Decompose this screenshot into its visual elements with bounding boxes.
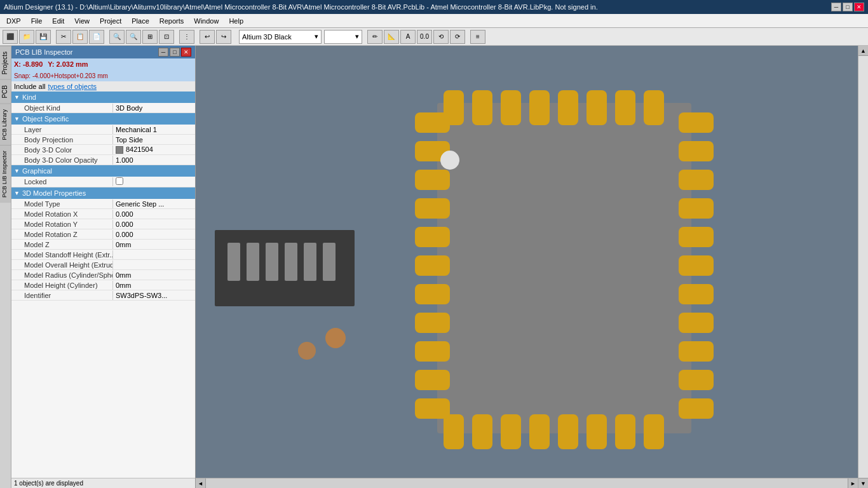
svg-rect-11 — [501, 90, 521, 125]
toolbar-more1[interactable]: ⟲ — [433, 30, 449, 44]
prop-value-radius: 0mm — [113, 271, 195, 280]
toolbar-btn-6[interactable]: 📄 — [89, 30, 104, 44]
toolbar-btn-5[interactable]: 📋 — [72, 30, 88, 44]
inspector-include-row: Include all types of objects — [11, 81, 195, 92]
scroll-right-arrow[interactable]: ► — [848, 478, 858, 488]
menu-view[interactable]: View — [69, 16, 95, 26]
toolbar-ruler[interactable]: 📐 — [384, 30, 399, 44]
section-3d-model[interactable]: ▼ 3D Model Properties — [11, 187, 195, 199]
toolbar-grid[interactable]: ⋮ — [179, 30, 194, 44]
prop-value-standoff — [113, 254, 195, 255]
locked-checkbox[interactable] — [116, 177, 123, 185]
toolbar-zoom-area[interactable]: ⊡ — [159, 30, 174, 44]
prop-cyl-height: Model Height (Cylinder) 0mm — [11, 280, 195, 290]
menu-place[interactable]: Place — [126, 16, 154, 26]
prop-model-z: Model Z 0mm — [11, 240, 195, 250]
title-text: Altium Designer (13.1) - D:\Altium\Libra… — [4, 3, 598, 11]
prop-body-color: Body 3-D Color 8421504 — [11, 145, 195, 155]
svg-rect-23 — [615, 414, 635, 449]
theme-dropdown[interactable]: Altium 3D Black ▾ — [239, 30, 322, 44]
menu-window[interactable]: Window — [189, 16, 224, 26]
menu-reports[interactable]: Reports — [154, 16, 189, 26]
prop-value-rot-x: 0.000 — [113, 210, 195, 219]
inspector-maximize[interactable]: □ — [170, 48, 180, 57]
include-link[interactable]: types of objects — [48, 83, 97, 90]
section-object-specific[interactable]: ▼ Object Specific — [11, 113, 195, 125]
svg-rect-37 — [679, 141, 714, 161]
coords-bar: X: -8.890 Y: 2.032 mm — [11, 58, 195, 70]
prop-name-cyl-height: Model Height (Cylinder) — [11, 281, 113, 290]
close-button[interactable]: ✕ — [854, 3, 864, 11]
secondary-dropdown[interactable]: ▾ — [324, 30, 362, 44]
svg-rect-4 — [266, 243, 278, 281]
toolbar-zoom-in[interactable]: 🔍 — [109, 30, 125, 44]
svg-rect-10 — [472, 90, 492, 125]
svg-rect-43 — [679, 313, 714, 333]
svg-rect-45 — [679, 370, 714, 390]
prop-value-body-color: 8421504 — [113, 145, 195, 154]
prop-value-model-type: Generic Step ... — [113, 200, 195, 208]
svg-rect-44 — [679, 341, 714, 362]
snap-text: Snap: -4.000+Hotspot+0.203 mm — [14, 72, 108, 79]
prop-value-object-kind: 3D Body — [113, 104, 195, 112]
toolbar-redo[interactable]: ↪ — [216, 30, 231, 44]
scroll-left-arrow[interactable]: ◄ — [196, 478, 206, 488]
pcb-view[interactable]: ▲ ▼ ◄ ► — [196, 46, 868, 488]
svg-rect-46 — [679, 398, 714, 419]
svg-rect-17 — [444, 414, 464, 449]
prop-name-rot-x: Model Rotation X — [11, 210, 113, 219]
menu-edit[interactable]: Edit — [47, 16, 69, 26]
toolbar-coords[interactable]: 0.0 — [417, 30, 432, 44]
inspector-close[interactable]: ✕ — [181, 48, 191, 57]
inspector-header: PCB LIB Inspector ─ □ ✕ — [11, 46, 195, 58]
svg-rect-7 — [323, 243, 336, 281]
toolbar: ⬛ 📁 💾 ✂ 📋 📄 🔍 🔍 ⊞ ⊡ ⋮ ↩ ↪ Altium 3D Blac… — [0, 28, 868, 46]
inspector-minimize[interactable]: ─ — [158, 48, 168, 57]
toolbar-btn-2[interactable]: 📁 — [19, 30, 34, 44]
svg-rect-41 — [679, 255, 714, 276]
svg-rect-21 — [558, 414, 578, 449]
scroll-up-arrow[interactable]: ▲ — [858, 46, 868, 56]
side-tab-projects[interactable]: Projects — [0, 46, 11, 79]
toolbar-undo[interactable]: ↩ — [200, 30, 215, 44]
menu-dxp[interactable]: DXP — [1, 16, 26, 26]
prop-value-rot-y: 0.000 — [113, 220, 195, 229]
toolbar-more2[interactable]: ⟳ — [450, 30, 465, 44]
svg-rect-18 — [472, 414, 492, 449]
svg-rect-3 — [247, 243, 259, 281]
prop-name-object-kind: Object Kind — [11, 104, 113, 112]
svg-point-48 — [298, 342, 316, 360]
toolbar-zoom-out[interactable]: 🔍 — [126, 30, 141, 44]
svg-rect-6 — [304, 243, 316, 281]
menu-file[interactable]: File — [26, 16, 48, 26]
svg-rect-16 — [644, 90, 664, 125]
toolbar-btn-3[interactable]: 💾 — [36, 30, 51, 44]
toolbar-align[interactable]: ≡ — [470, 30, 485, 44]
svg-rect-39 — [679, 198, 714, 219]
svg-rect-19 — [501, 414, 521, 449]
toolbar-zoom-fit[interactable]: ⊞ — [142, 30, 158, 44]
menu-project[interactable]: Project — [95, 16, 126, 26]
svg-rect-35 — [415, 398, 450, 419]
toolbar-btn-4[interactable]: ✂ — [56, 30, 71, 44]
section-graphical[interactable]: ▼ Graphical — [11, 165, 195, 177]
maximize-button[interactable]: □ — [843, 3, 853, 11]
svg-rect-20 — [529, 414, 550, 449]
side-tab-inspector[interactable]: PCB LIB Inspector — [0, 145, 11, 203]
toolbar-pen[interactable]: ✏ — [367, 30, 383, 44]
toolbar-text[interactable]: A — [400, 30, 416, 44]
minimize-button[interactable]: ─ — [831, 3, 841, 11]
menu-bar: DXP File Edit View Project Place Reports… — [0, 14, 868, 28]
side-tab-pcb[interactable]: PCB — [0, 79, 11, 104]
section-3d-triangle: ▼ — [14, 190, 20, 196]
svg-rect-38 — [679, 170, 714, 190]
prop-name-rot-y: Model Rotation Y — [11, 220, 113, 229]
scroll-down-arrow[interactable]: ▼ — [858, 478, 868, 488]
section-kind[interactable]: ▼ Kind — [11, 92, 195, 103]
toolbar-btn-1[interactable]: ⬛ — [3, 30, 18, 44]
menu-help[interactable]: Help — [224, 16, 248, 26]
svg-rect-33 — [415, 341, 450, 362]
svg-point-49 — [325, 328, 346, 348]
prop-object-kind: Object Kind 3D Body — [11, 103, 195, 113]
side-tab-pcblib[interactable]: PCB Library — [0, 104, 11, 146]
